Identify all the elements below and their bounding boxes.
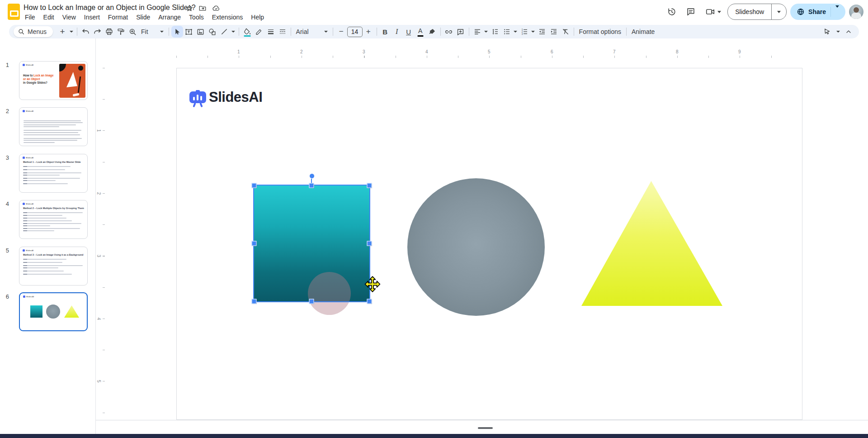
menus-search-button[interactable]: Menus	[14, 26, 53, 37]
pointer-mode-dropdown[interactable]	[835, 26, 841, 38]
slide-number-1: 1	[0, 62, 9, 68]
gray-circle-shape[interactable]	[407, 178, 545, 316]
star-icon[interactable]	[185, 4, 193, 12]
increase-indent-button[interactable]	[548, 26, 560, 38]
clear-formatting-button[interactable]	[560, 26, 571, 38]
menu-slide[interactable]: Slide	[132, 13, 154, 22]
numbered-list-button[interactable]: 123	[519, 26, 530, 38]
menu-extensions[interactable]: Extensions	[208, 13, 247, 22]
zoom-fit-label: Fit	[141, 28, 148, 35]
speaker-notes-drag-handle[interactable]	[478, 427, 493, 429]
account-avatar[interactable]	[849, 5, 863, 19]
align-left-icon	[473, 28, 481, 36]
select-tool-button[interactable]	[171, 26, 183, 38]
document-title[interactable]: How to Lock an Image or an Object in Goo…	[24, 4, 196, 12]
text-box-button[interactable]	[183, 26, 195, 38]
share-button-group: Share	[790, 4, 845, 20]
insert-image-button[interactable]	[195, 26, 207, 38]
decrease-indent-button[interactable]	[536, 26, 548, 38]
fill-color-icon	[243, 28, 251, 36]
meet-button[interactable]	[702, 4, 724, 19]
comments-button[interactable]	[683, 4, 698, 19]
font-family-label: Arial	[296, 28, 309, 35]
resize-handle-nw[interactable]	[252, 183, 257, 188]
slideshow-dropdown[interactable]	[771, 4, 786, 19]
resize-handle-ne[interactable]	[367, 183, 372, 188]
italic-button[interactable]: I	[391, 26, 403, 38]
resize-handle-w[interactable]	[252, 241, 257, 246]
align-button[interactable]	[472, 26, 483, 38]
share-dropdown[interactable]	[831, 8, 844, 16]
slide-thumbnail-5[interactable]: SlidesAI Method 3 – Lock an Image Using …	[19, 247, 88, 286]
menu-arrange[interactable]: Arrange	[154, 13, 185, 22]
hide-menus-button[interactable]	[843, 26, 854, 38]
menus-label: Menus	[28, 28, 47, 35]
redo-button[interactable]	[91, 26, 103, 38]
text-color-button[interactable]: A	[415, 26, 426, 38]
font-family-select[interactable]: Arial	[293, 26, 330, 38]
share-caret-icon	[835, 5, 839, 15]
new-slide-dropdown[interactable]	[68, 26, 75, 38]
toolbar-divider	[440, 28, 441, 36]
line-spacing-button[interactable]	[489, 26, 501, 38]
highlight-color-button[interactable]	[426, 26, 438, 38]
resize-handle-se[interactable]	[367, 299, 372, 304]
menu-help[interactable]: Help	[247, 13, 268, 22]
resize-handle-n[interactable]	[309, 183, 314, 188]
border-weight-button[interactable]	[265, 26, 277, 38]
insert-line-button[interactable]	[218, 26, 230, 38]
menu-edit[interactable]: Edit	[39, 13, 58, 22]
resize-handle-e[interactable]	[367, 241, 372, 246]
menu-bar: File Edit View Insert Format Slide Arran…	[21, 13, 268, 22]
animate-button[interactable]: Animate	[629, 26, 657, 38]
slide-thumbnail-4[interactable]: SlidesAI Method 2 – Lock Multiple Object…	[19, 200, 88, 239]
toolbar-divider	[626, 28, 627, 36]
slides-file-icon-bar	[10, 10, 19, 17]
bold-button[interactable]: B	[379, 26, 391, 38]
add-comment-button[interactable]	[455, 26, 467, 38]
slideshow-button[interactable]: Slideshow	[728, 4, 771, 19]
border-dash-icon	[278, 28, 287, 36]
menu-format[interactable]: Format	[104, 13, 132, 22]
menu-file[interactable]: File	[21, 13, 39, 22]
paint-format-button[interactable]	[115, 26, 127, 38]
horizontal-ruler: 1 2 3 4 5 6 7 8 9	[176, 49, 802, 58]
plus-icon: +	[60, 27, 65, 37]
slide-number-4: 4	[0, 200, 9, 207]
move-to-folder-icon[interactable]	[198, 4, 207, 12]
bulleted-list-dropdown[interactable]	[513, 26, 519, 38]
share-button[interactable]: Share	[808, 8, 826, 15]
increase-font-size-button[interactable]: +	[363, 26, 374, 38]
font-size-input[interactable]: 14	[347, 27, 363, 37]
insert-link-button[interactable]	[443, 26, 455, 38]
slides-file-icon[interactable]	[8, 4, 20, 20]
slide-thumbnail-1[interactable]: SlidesAI How to Lock an Image or an Obje…	[19, 61, 88, 100]
line-dropdown[interactable]	[230, 26, 236, 38]
align-dropdown[interactable]	[483, 26, 489, 38]
underline-button[interactable]: U	[403, 26, 415, 38]
slide-thumbnail-2[interactable]: SlidesAI	[19, 107, 88, 146]
decrease-font-size-button[interactable]: −	[335, 26, 347, 38]
rotation-handle[interactable]	[309, 173, 315, 179]
pointer-mode-button[interactable]	[821, 26, 833, 38]
slide-thumbnail-3[interactable]: SlidesAI Method 1 – Lock an Object Using…	[19, 154, 88, 193]
menu-insert[interactable]: Insert	[80, 13, 104, 22]
numbered-list-dropdown[interactable]	[530, 26, 536, 38]
slide-thumbnail-6-selected[interactable]: SlidesAI	[19, 292, 88, 331]
fill-color-button[interactable]	[241, 26, 253, 38]
undo-button[interactable]	[80, 26, 91, 38]
insert-shape-button[interactable]	[207, 26, 218, 38]
zoom-fit-select[interactable]: Fit	[138, 26, 166, 38]
resize-handle-sw[interactable]	[252, 299, 257, 304]
border-color-button[interactable]	[253, 26, 265, 38]
version-history-button[interactable]	[664, 4, 679, 19]
new-slide-button[interactable]: +	[57, 26, 68, 38]
bulleted-list-button[interactable]	[501, 26, 513, 38]
menu-tools[interactable]: Tools	[185, 13, 208, 22]
resize-handle-s[interactable]	[309, 299, 314, 304]
zoom-button[interactable]	[127, 26, 138, 38]
border-dash-button[interactable]	[277, 26, 288, 38]
menu-view[interactable]: View	[58, 13, 80, 22]
format-options-button[interactable]: Format options	[576, 26, 624, 38]
print-button[interactable]	[103, 26, 115, 38]
